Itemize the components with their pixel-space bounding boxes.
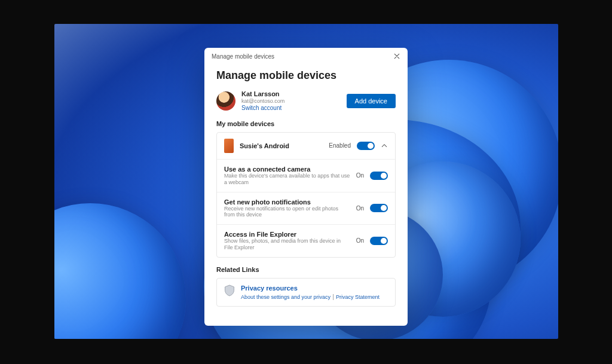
related-links-card: Privacy resources About these settings a… [216, 278, 396, 307]
option-row-explorer: Access in File Explorer Show files, phot… [217, 224, 395, 257]
option-row-photos: Get new photo notifications Receive new … [217, 192, 395, 225]
window-title: Manage mobile devices [212, 53, 274, 60]
switch-account-link[interactable]: Switch account [241, 105, 341, 112]
settings-dialog: Manage mobile devices Manage mobile devi… [204, 48, 408, 326]
option-row-camera: Use as a connected camera Make this devi… [217, 159, 395, 192]
option-title: Access in File Explorer [224, 231, 350, 238]
option-state: On [356, 237, 364, 244]
section-label-devices: My mobile devices [216, 120, 396, 127]
avatar [216, 91, 235, 111]
option-state: On [356, 172, 364, 179]
privacy-title[interactable]: Privacy resources [241, 285, 380, 292]
device-state-label: Enabled [329, 142, 351, 149]
user-name: Kat Larsson [241, 90, 341, 98]
option-title: Get new photo notifications [224, 198, 350, 206]
camera-toggle[interactable] [370, 172, 388, 180]
link-divider: | [331, 293, 336, 300]
shield-icon [224, 285, 235, 296]
desktop-frame: Manage mobile devices Manage mobile devi… [54, 24, 558, 339]
chevron-up-icon[interactable] [381, 142, 388, 149]
photos-toggle[interactable] [370, 204, 388, 212]
device-card: Susie's Android Enabled Use as a connect… [216, 132, 396, 258]
option-state: On [356, 205, 364, 212]
user-row: Kat Larsson kat@contoso.com Switch accou… [216, 90, 396, 112]
explorer-toggle[interactable] [370, 237, 388, 245]
option-desc: Show files, photos, and media from this … [224, 238, 350, 251]
privacy-link-statement[interactable]: Privacy Statement [336, 294, 380, 300]
device-name: Susie's Android [240, 142, 323, 149]
titlebar: Manage mobile devices [204, 48, 408, 65]
user-email: kat@contoso.com [241, 98, 341, 105]
device-header-row[interactable]: Susie's Android Enabled [217, 133, 395, 159]
option-desc: Make this device's camera available to a… [224, 173, 350, 186]
device-enabled-toggle[interactable] [357, 142, 375, 150]
device-thumb-icon [224, 139, 234, 153]
page-title: Manage mobile devices [216, 69, 396, 82]
close-icon[interactable] [393, 53, 400, 60]
section-label-links: Related Links [216, 266, 396, 273]
privacy-row: Privacy resources About these settings a… [217, 279, 395, 306]
option-title: Use as a connected camera [224, 166, 350, 173]
privacy-link-about[interactable]: About these settings and your privacy [241, 294, 331, 300]
add-device-button[interactable]: Add device [347, 94, 396, 108]
option-desc: Receive new notifications to open or edi… [224, 206, 350, 219]
